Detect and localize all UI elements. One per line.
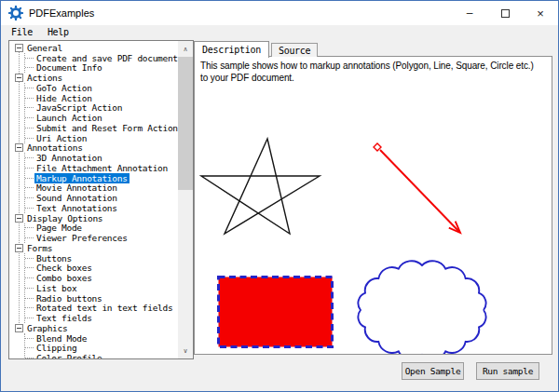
annotation-preview-canvas xyxy=(195,89,552,354)
tree-item[interactable]: Movie Annotation xyxy=(25,183,178,194)
cloud-circle-annotation xyxy=(358,261,485,354)
tree-item[interactable]: Graphics xyxy=(9,323,178,333)
tree-item-label: Page Mode xyxy=(34,223,84,233)
star-polygon-annotation xyxy=(201,139,320,234)
tree-item-label: Actions xyxy=(25,73,64,83)
tree-item-label: Buttons xyxy=(34,253,74,264)
tree-item[interactable]: Markup Annotations xyxy=(25,173,178,183)
tree-children: Blend ModeClippingColor Profile xyxy=(24,333,178,358)
tree-item-label: Blend Mode xyxy=(34,333,89,344)
tree-children: 3D AnnotationFile Attachment AnnotationM… xyxy=(24,153,178,213)
tree-root-connector xyxy=(19,47,20,329)
minimize-icon: – xyxy=(467,7,473,20)
tree-item-label: JavaScript Action xyxy=(34,102,124,113)
collapse-icon[interactable] xyxy=(15,324,23,332)
tree-item-label: General xyxy=(25,43,64,53)
scroll-up-button[interactable]: ∧ xyxy=(178,41,193,57)
tree-item[interactable]: Combo boxes xyxy=(25,273,178,283)
close-button[interactable]: × xyxy=(523,1,558,25)
minimize-button[interactable]: – xyxy=(452,1,487,25)
tree-item-label: List box xyxy=(34,283,78,293)
tree-item[interactable]: Hide Action xyxy=(25,93,178,103)
tree-group: ActionsGoTo ActionHide ActionJavaScript … xyxy=(9,73,178,142)
tree-item-label: Check boxes xyxy=(34,263,94,273)
tree-item[interactable]: Create and save PDF document xyxy=(25,53,178,63)
tree-item[interactable]: List box xyxy=(25,283,178,293)
arrow-line-annotation xyxy=(374,143,460,233)
tree-item[interactable]: Buttons xyxy=(25,253,178,264)
chevron-up-icon: ∧ xyxy=(183,46,187,53)
tree-item-label: Hide Action xyxy=(34,93,94,103)
tree-item[interactable]: File Attachment Annotation xyxy=(25,163,178,173)
tree-item[interactable]: Uri Action xyxy=(25,133,178,143)
tree-item[interactable]: 3D Annotation xyxy=(25,153,178,163)
tree-item-label: File Attachment Annotation xyxy=(34,163,170,173)
tree-item-label: Forms xyxy=(25,243,54,253)
tree-item-label: Uri Action xyxy=(34,133,89,143)
tree-item-label: Submit and Reset Form Actions xyxy=(34,123,178,133)
tab-source[interactable]: Source xyxy=(271,43,318,57)
app-window: PDFExamples – × FileHelp GeneralCreate a… xyxy=(0,0,559,392)
samples-tree: GeneralCreate and save PDF documentDocum… xyxy=(9,41,178,358)
tree-item-label: Display Options xyxy=(25,213,104,223)
tree-item[interactable]: Launch Action xyxy=(25,113,178,123)
tree-item-label: Radio buttons xyxy=(34,293,103,304)
tree-item[interactable]: Sound Annotation xyxy=(25,193,178,203)
tree-children: Page ModeViewer Preferences xyxy=(24,223,178,244)
description-tab-panel: This sample shows how to markup annotati… xyxy=(194,56,552,355)
maximize-icon xyxy=(501,9,510,18)
sample-description: This sample shows how to markup annotati… xyxy=(200,60,550,84)
tree-item[interactable]: Page Mode xyxy=(25,223,178,234)
collapse-icon[interactable] xyxy=(15,44,23,52)
tab-description[interactable]: Description xyxy=(194,41,269,58)
tree-item-label: 3D Annotation xyxy=(34,153,103,163)
collapse-icon[interactable] xyxy=(15,74,23,82)
tree-item[interactable]: General xyxy=(9,43,178,53)
tree-item-label: Launch Action xyxy=(34,113,103,123)
description-line: This sample shows how to markup annotati… xyxy=(200,60,550,72)
tree-item[interactable]: Text Annotations xyxy=(25,203,178,213)
tree-item[interactable]: Check boxes xyxy=(25,264,178,274)
tree-item[interactable]: GoTo Action xyxy=(25,83,178,93)
tree-item[interactable]: Blend Mode xyxy=(25,333,178,344)
maximize-button[interactable] xyxy=(487,1,523,25)
tree-item-label-selected: Markup Annotations xyxy=(34,173,130,183)
tree-children: ButtonsCheck boxesCombo boxesList boxRad… xyxy=(24,253,178,323)
tree-item[interactable]: Annotations xyxy=(9,143,178,154)
tree-item[interactable]: Submit and Reset Form Actions xyxy=(25,123,178,133)
tree-item-label: Annotations xyxy=(25,142,85,153)
window-title: PDFExamples xyxy=(29,7,94,19)
collapse-icon[interactable] xyxy=(15,244,23,252)
menu-bar: FileHelp xyxy=(1,25,558,39)
tree-item[interactable]: Color Profile xyxy=(25,353,178,358)
tree-item-label: Movie Annotation xyxy=(34,182,119,193)
tree-item[interactable]: Display Options xyxy=(9,213,178,223)
tree-item[interactable]: Viewer Preferences xyxy=(25,233,178,243)
window-controls: – × xyxy=(452,1,558,25)
tree-item[interactable]: JavaScript Action xyxy=(25,103,178,114)
tree-item[interactable]: Rotated text in text fields xyxy=(25,304,178,314)
tree-item[interactable]: Forms xyxy=(9,243,178,253)
run-sample-button[interactable]: Run sample xyxy=(476,362,539,380)
menu-item-help[interactable]: Help xyxy=(48,27,69,37)
collapse-icon[interactable] xyxy=(15,214,23,223)
tree-children: GoTo ActionHide ActionJavaScript ActionL… xyxy=(24,83,178,143)
tree-item[interactable]: Clipping xyxy=(25,344,178,354)
menu-item-file[interactable]: File xyxy=(11,27,33,37)
tab-strip: DescriptionSource xyxy=(194,40,318,57)
tree-item[interactable]: Text fields xyxy=(25,313,178,323)
tree-item-label: Text Annotations xyxy=(34,203,119,213)
open-sample-button[interactable]: Open Sample xyxy=(402,362,464,380)
scrollbar-thumb[interactable] xyxy=(178,57,193,190)
tree-item[interactable]: Actions xyxy=(9,73,178,83)
tree-scrollbar[interactable]: ∧ ∨ xyxy=(178,41,193,358)
scroll-down-button[interactable]: ∨ xyxy=(178,343,193,358)
titlebar: PDFExamples – × xyxy=(1,1,558,25)
collapse-icon[interactable] xyxy=(15,143,23,152)
tree-group: Display OptionsPage ModeViewer Preferenc… xyxy=(9,213,178,243)
tree-item[interactable]: Document Info xyxy=(25,63,178,74)
description-line: to your PDF document. xyxy=(200,72,550,84)
samples-tree-panel: GeneralCreate and save PDF documentDocum… xyxy=(8,40,194,359)
tree-group: GeneralCreate and save PDF documentDocum… xyxy=(9,43,178,73)
tree-item[interactable]: Radio buttons xyxy=(25,293,178,304)
